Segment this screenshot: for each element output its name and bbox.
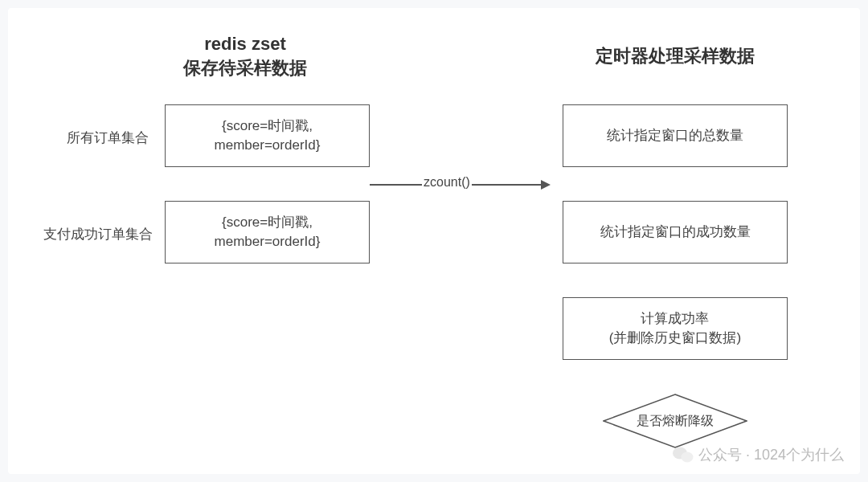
box-paid-orders-line1: {score=时间戳, [215, 213, 321, 232]
box-count-success-text: 统计指定窗口的成功数量 [600, 223, 751, 242]
box-calc-rate: 计算成功率 (并删除历史窗口数据) [563, 297, 788, 360]
wechat-icon [673, 446, 694, 464]
box-all-orders-line2: member=orderId} [215, 136, 321, 155]
box-calc-rate-line1: 计算成功率 [609, 309, 741, 329]
box-paid-orders-line2: member=orderId} [215, 232, 321, 251]
arrow-zcount-label: zcount() [422, 175, 472, 190]
box-count-total: 统计指定窗口的总数量 [563, 104, 788, 167]
label-all-orders: 所有订单集合 [36, 129, 149, 147]
left-heading-line1: redis zset [117, 32, 374, 56]
box-all-orders-zset: {score=时间戳, member=orderId} [165, 104, 370, 167]
box-count-success: 统计指定窗口的成功数量 [563, 201, 788, 263]
arrow-zcount-head [541, 180, 551, 190]
svg-point-2 [681, 452, 693, 463]
box-count-total-text: 统计指定窗口的总数量 [607, 126, 743, 145]
watermark-text: 公众号 · 1024个为什么 [698, 445, 844, 464]
box-all-orders-line1: {score=时间戳, [215, 116, 321, 136]
watermark: 公众号 · 1024个为什么 [673, 445, 844, 464]
right-heading-text: 定时器处理采样数据 [596, 46, 755, 66]
decision-text: 是否熔断降级 [637, 413, 714, 430]
diagram-canvas: redis zset 保存待采样数据 定时器处理采样数据 所有订单集合 支付成功… [8, 8, 860, 474]
box-calc-rate-line2: (并删除历史窗口数据) [609, 329, 741, 348]
left-heading-line2: 保存待采样数据 [117, 56, 374, 80]
box-paid-orders-zset: {score=时间戳, member=orderId} [165, 201, 370, 263]
left-heading: redis zset 保存待采样数据 [117, 32, 374, 80]
decision-circuit-breaker: 是否熔断降级 [603, 394, 747, 448]
label-paid-orders: 支付成功订单集合 [24, 225, 153, 243]
right-heading: 定时器处理采样数据 [547, 44, 804, 68]
